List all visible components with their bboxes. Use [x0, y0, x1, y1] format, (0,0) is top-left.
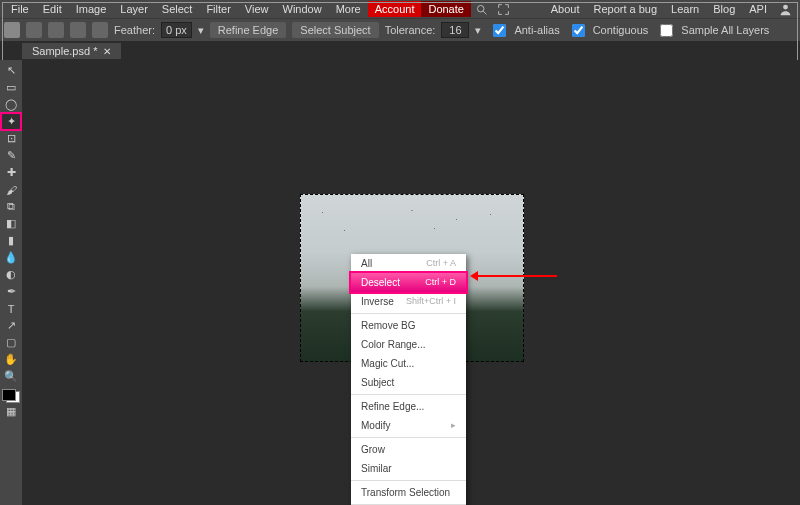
feather-dropdown-icon[interactable]: ▾: [198, 24, 204, 37]
menu-item-label: Similar: [361, 463, 392, 474]
tool-dodge[interactable]: ◐: [1, 266, 21, 283]
tolerance-label: Tolerance:: [385, 24, 436, 36]
opt-mode2-icon[interactable]: [48, 22, 64, 38]
menu-separator: [351, 313, 466, 314]
menu-edit[interactable]: Edit: [36, 1, 69, 17]
tool-brush[interactable]: 🖌: [1, 181, 21, 198]
document-tab[interactable]: Sample.psd * ✕: [22, 43, 121, 59]
sample-all-checkbox[interactable]: [660, 24, 673, 37]
menu-donate[interactable]: Donate: [421, 1, 470, 17]
tool-clone[interactable]: ⧉: [1, 198, 21, 215]
fullscreen-icon[interactable]: [497, 2, 511, 16]
ctx-all[interactable]: AllCtrl + A: [351, 254, 466, 273]
tool-eyedropper[interactable]: ✎: [1, 147, 21, 164]
menu-item-label: Inverse: [361, 296, 394, 307]
tolerance-input[interactable]: 16: [441, 22, 469, 38]
tool-pen[interactable]: ✒: [1, 283, 21, 300]
tool-blur[interactable]: 💧: [1, 249, 21, 266]
opt-mode4-icon[interactable]: [92, 22, 108, 38]
tool-gradient[interactable]: ▮: [1, 232, 21, 249]
link-about[interactable]: About: [544, 1, 587, 17]
ctx-inverse[interactable]: InverseShift+Ctrl + I: [351, 292, 466, 311]
tool-path[interactable]: ↗: [1, 317, 21, 334]
menu-shortcut: Ctrl + D: [425, 277, 456, 288]
menu-item-label: All: [361, 258, 372, 269]
menu-account[interactable]: Account: [368, 1, 422, 17]
menu-shortcut: Shift+Ctrl + I: [406, 296, 456, 307]
tab-title: Sample.psd *: [32, 45, 97, 57]
opt-mode1-icon[interactable]: [26, 22, 42, 38]
link-api[interactable]: API: [742, 1, 774, 17]
feather-label: Feather:: [114, 24, 155, 36]
contiguous-label: Contiguous: [593, 24, 649, 36]
workspace: ↖▭◯✦⊡✎✚🖌⧉◧▮💧◐✒T↗▢✋🔍▦ AllCtrl + ADeselect…: [0, 60, 800, 505]
tool-lasso[interactable]: ◯: [1, 96, 21, 113]
ctx-modify[interactable]: Modify▸: [351, 416, 466, 435]
menu-image[interactable]: Image: [69, 1, 114, 17]
submenu-arrow-icon: ▸: [451, 420, 456, 431]
feather-input[interactable]: 0 px: [161, 22, 192, 38]
ctx-transform-selection[interactable]: Transform Selection: [351, 483, 466, 502]
link-learn[interactable]: Learn: [664, 1, 706, 17]
tab-bar: Sample.psd * ✕: [0, 41, 800, 61]
menu-view[interactable]: View: [238, 1, 276, 17]
tool-zoom[interactable]: 🔍: [1, 368, 21, 385]
opt-wand-icon[interactable]: [4, 22, 20, 38]
context-menu: AllCtrl + ADeselectCtrl + DInverseShift+…: [351, 254, 466, 505]
ctx-grow[interactable]: Grow: [351, 440, 466, 459]
color-swatch[interactable]: [2, 389, 20, 403]
svg-line-1: [484, 11, 487, 14]
ctx-subject[interactable]: Subject: [351, 373, 466, 392]
menu-item-label: Grow: [361, 444, 385, 455]
menu-separator: [351, 480, 466, 481]
menu-separator: [351, 437, 466, 438]
tool-eraser[interactable]: ◧: [1, 215, 21, 232]
menu-item-label: Remove BG: [361, 320, 415, 331]
menu-filter[interactable]: Filter: [199, 1, 237, 17]
menu-more[interactable]: More: [329, 1, 368, 17]
tool-rect-select[interactable]: ▭: [1, 79, 21, 96]
menu-item-label: Modify: [361, 420, 390, 431]
ctx-remove-bg[interactable]: Remove BG: [351, 316, 466, 335]
svg-point-2: [783, 4, 788, 9]
menu-item-label: Color Range...: [361, 339, 425, 350]
tool-rect[interactable]: ▢: [1, 334, 21, 351]
tool-heal[interactable]: ✚: [1, 164, 21, 181]
tolerance-dropdown-icon[interactable]: ▾: [475, 24, 481, 37]
ctx-similar[interactable]: Similar: [351, 459, 466, 478]
menu-select[interactable]: Select: [155, 1, 200, 17]
menu-shortcut: Ctrl + A: [426, 258, 456, 269]
user-icon[interactable]: [778, 2, 792, 16]
link-report[interactable]: Report a bug: [586, 1, 664, 17]
menu-file[interactable]: File: [4, 1, 36, 17]
toolbox: ↖▭◯✦⊡✎✚🖌⧉◧▮💧◐✒T↗▢✋🔍▦: [0, 60, 22, 505]
antialias-label: Anti-alias: [514, 24, 559, 36]
menu-separator: [351, 394, 466, 395]
tool-type[interactable]: T: [1, 300, 21, 317]
tool-hand[interactable]: ✋: [1, 351, 21, 368]
tool-crop[interactable]: ⊡: [1, 130, 21, 147]
menu-layer[interactable]: Layer: [113, 1, 155, 17]
menu-item-label: Deselect: [361, 277, 400, 288]
ctx-refine-edge-[interactable]: Refine Edge...: [351, 397, 466, 416]
opt-mode3-icon[interactable]: [70, 22, 86, 38]
annotation-arrow: [473, 275, 557, 277]
contiguous-checkbox[interactable]: [572, 24, 585, 37]
tab-close-icon[interactable]: ✕: [103, 46, 111, 57]
tool-magic-wand[interactable]: ✦: [1, 113, 21, 130]
sample-all-label: Sample All Layers: [681, 24, 769, 36]
link-blog[interactable]: Blog: [706, 1, 742, 17]
ctx-deselect[interactable]: DeselectCtrl + D: [351, 273, 466, 292]
refine-edge-button[interactable]: Refine Edge: [210, 22, 287, 38]
ctx-color-range-[interactable]: Color Range...: [351, 335, 466, 354]
menu-item-label: Magic Cut...: [361, 358, 414, 369]
tool-move[interactable]: ↖: [1, 62, 21, 79]
antialias-checkbox[interactable]: [493, 24, 506, 37]
options-bar: Feather: 0 px ▾ Refine Edge Select Subje…: [0, 18, 800, 41]
search-icon[interactable]: [475, 2, 489, 16]
menu-item-label: Refine Edge...: [361, 401, 424, 412]
thumbnail-icon[interactable]: ▦: [1, 403, 21, 420]
select-subject-button[interactable]: Select Subject: [292, 22, 378, 38]
ctx-magic-cut-[interactable]: Magic Cut...: [351, 354, 466, 373]
menu-window[interactable]: Window: [276, 1, 329, 17]
